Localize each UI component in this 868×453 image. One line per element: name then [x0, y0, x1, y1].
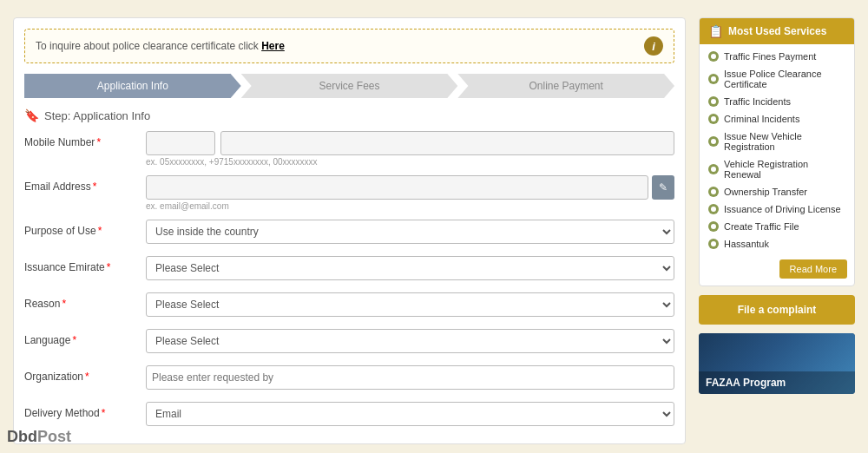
service-dot [708, 239, 719, 249]
step-online-payment[interactable]: Online Payment [457, 74, 674, 98]
service-dot [708, 74, 719, 84]
list-item[interactable]: Vehicle Registration Renewal [700, 155, 854, 183]
read-more-button[interactable]: Read More [779, 259, 847, 279]
file-complaint-button[interactable]: File a complaint [699, 295, 855, 325]
email-edit-button[interactable]: ✎ [652, 175, 674, 200]
delivery-method-select[interactable]: Email Post [146, 402, 674, 426]
organization-label: Organization* [24, 365, 146, 383]
reason-label: Reason* [24, 292, 146, 310]
right-panel: 📋 Most Used Services Traffic Fines Payme… [699, 17, 855, 444]
organization-input[interactable] [146, 365, 674, 390]
service-dot [708, 221, 719, 232]
service-dot [708, 187, 719, 197]
doc-icon: 📋 [708, 24, 723, 38]
language-row: Language* Please Select [24, 329, 674, 357]
site-logo: DbdPost [7, 428, 71, 446]
issuance-emirate-select[interactable]: Please Select [146, 256, 674, 280]
mobile-number-row: Mobile Number* ex. 05xxxxxxxx, +9715xxxx… [24, 131, 674, 167]
step-application-info[interactable]: Application Info [24, 74, 241, 98]
service-dot [708, 164, 719, 174]
notice-bar: To inquire about police clearance certif… [24, 29, 674, 63]
notice-text: To inquire about police clearance certif… [36, 40, 285, 52]
organization-row: Organization* [24, 365, 674, 393]
delivery-method-label: Delivery Method* [24, 402, 146, 419]
language-select[interactable]: Please Select [146, 329, 674, 353]
list-item[interactable]: Issuance of Driving License [700, 200, 854, 218]
reason-row: Reason* Please Select [24, 292, 674, 320]
purpose-label: Purpose of Use* [24, 220, 146, 237]
email-address-row: Email Address* ✎ ex. email@email.com [24, 175, 674, 211]
fazaa-label: FAZAA Program [699, 371, 855, 394]
info-icon: i [644, 36, 663, 56]
service-dot [708, 114, 719, 124]
list-item[interactable]: Hassantuk [700, 235, 854, 253]
form-body: Mobile Number* ex. 05xxxxxxxx, +9715xxxx… [14, 131, 685, 443]
mobile-number-input[interactable] [220, 131, 674, 155]
service-dot [708, 204, 719, 214]
most-used-box: 📋 Most Used Services Traffic Fines Payme… [699, 17, 855, 286]
email-label: Email Address* [24, 175, 146, 193]
reason-select[interactable]: Please Select [146, 292, 674, 317]
list-item[interactable]: Issue Police Clearance Certificate [700, 65, 854, 93]
email-hint: ex. email@email.com [146, 201, 674, 211]
most-used-header: 📋 Most Used Services [700, 18, 854, 44]
service-list: Traffic Fines Payment Issue Police Clear… [700, 44, 854, 256]
list-item[interactable]: Criminal Incidents [700, 110, 854, 128]
mobile-hint: ex. 05xxxxxxxx, +9715xxxxxxxx, 00xxxxxxx… [146, 157, 674, 167]
mobile-number-label: Mobile Number* [24, 131, 146, 148]
fazaa-box[interactable]: FAZAA Program [699, 333, 855, 394]
section-title: 🔖 Step: Application Info [24, 108, 674, 122]
language-label: Language* [24, 329, 146, 346]
bookmark-icon: 🔖 [24, 108, 39, 122]
list-item[interactable]: Issue New Vehicle Registration [700, 128, 854, 155]
steps-bar: Application Info Service Fees Online Pay… [24, 74, 674, 98]
mobile-country-code-input[interactable] [146, 131, 215, 155]
list-item[interactable]: Traffic Fines Payment [700, 48, 854, 65]
list-item[interactable]: Create Traffic File [700, 218, 854, 235]
step-service-fees[interactable]: Service Fees [241, 74, 458, 98]
email-input[interactable] [146, 175, 648, 200]
purpose-select[interactable]: Use inside the country Use outside the c… [146, 220, 674, 244]
issuance-emirate-label: Issuance Emirate* [24, 256, 146, 273]
issuance-emirate-row: Issuance Emirate* Please Select [24, 256, 674, 284]
purpose-of-use-row: Purpose of Use* Use inside the country U… [24, 220, 674, 247]
delivery-method-row: Delivery Method* Email Post [24, 402, 674, 430]
here-link[interactable]: Here [261, 40, 285, 52]
service-dot [708, 96, 719, 107]
service-dot [708, 51, 719, 62]
list-item[interactable]: Ownership Transfer [700, 183, 854, 200]
service-dot [708, 136, 719, 147]
main-form-panel: To inquire about police clearance certif… [13, 17, 686, 444]
list-item[interactable]: Traffic Incidents [700, 93, 854, 110]
